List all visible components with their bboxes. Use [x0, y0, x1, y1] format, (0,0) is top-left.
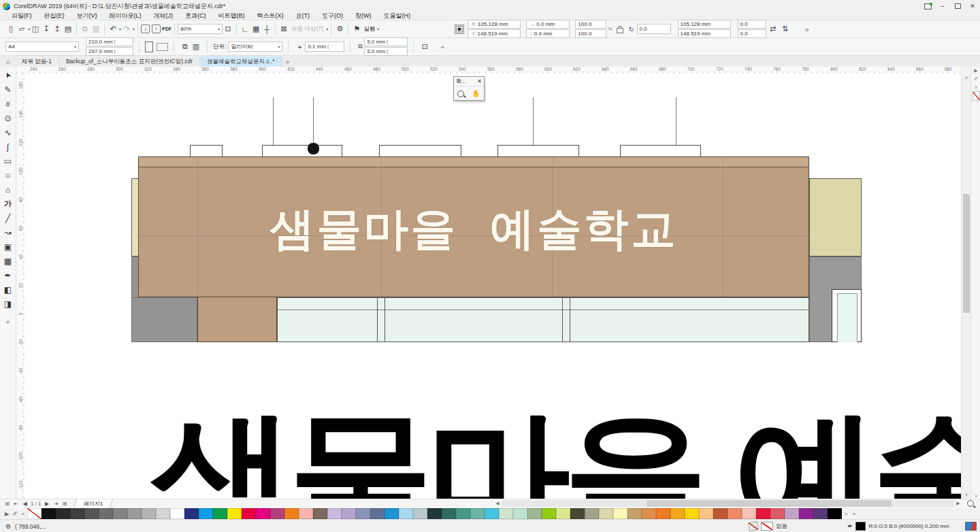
color-swatch[interactable]: [42, 508, 56, 519]
color-swatch[interactable]: [413, 508, 427, 519]
building-tan-column[interactable]: [197, 297, 277, 342]
polygon-tool[interactable]: ⌂: [1, 182, 16, 197]
color-swatch[interactable]: [556, 508, 570, 519]
scroll-down-icon[interactable]: ˅: [962, 491, 971, 499]
launch-dropdown-icon[interactable]: ▾: [377, 27, 379, 31]
rulers-toggle-icon[interactable]: ∟: [240, 24, 250, 35]
working-text-object[interactable]: 샘물마을 예술학교: [151, 404, 961, 499]
color-swatch[interactable]: [570, 508, 585, 519]
save-icon[interactable]: ◫: [30, 24, 41, 35]
palette-more-icon[interactable]: »: [850, 509, 858, 518]
color-swatch[interactable]: [284, 508, 299, 519]
import-dialog-icon[interactable]: ↓: [141, 24, 150, 33]
pick-tool[interactable]: ➤: [1, 68, 16, 82]
shape-tool[interactable]: ✎: [1, 82, 16, 97]
add-page-before-icon[interactable]: ⊞: [3, 500, 12, 508]
home-tab-icon[interactable]: ⌂: [4, 58, 12, 66]
hscroll-right-icon[interactable]: ▶: [955, 500, 962, 507]
color-swatch[interactable]: [427, 508, 442, 519]
page-preset-select[interactable]: A4 ▾: [5, 41, 79, 52]
vertical-scroll-thumb[interactable]: [963, 194, 970, 313]
color-swatch[interactable]: [527, 508, 542, 519]
doc-tab-active[interactable]: 샘물예술학교채널문자.c..*: [200, 56, 282, 67]
color-swatch[interactable]: [656, 508, 670, 519]
color-proof-monitor-icon[interactable]: [965, 522, 977, 531]
restore-button[interactable]: [950, 0, 965, 12]
hscroll-left-icon[interactable]: ◀: [494, 500, 501, 507]
mirror-vertical-icon[interactable]: ⇅: [780, 24, 791, 35]
color-swatch[interactable]: [385, 508, 399, 519]
object-height-field[interactable]: ↕ 0.0 mm: [526, 29, 570, 38]
zoom-level-select[interactable]: 80% ▾: [178, 24, 223, 34]
color-swatch[interactable]: [585, 508, 599, 519]
status-gear-icon[interactable]: ⚙: [4, 522, 12, 531]
publish-pdf-icon[interactable]: PDF: [162, 27, 172, 31]
color-swatch[interactable]: [27, 508, 42, 519]
menu-item[interactable]: 비트맵(B): [212, 12, 251, 20]
doc-tab-backup[interactable]: Backup_of_소나무이동초소 표지판(면천IC앞).cdr: [59, 56, 200, 67]
ellipse-tool[interactable]: ○: [1, 168, 16, 182]
color-swatch[interactable]: [728, 508, 742, 519]
color-swatch[interactable]: [227, 508, 242, 519]
menu-item[interactable]: 창(W): [349, 12, 378, 20]
freehand-tool[interactable]: ∿: [1, 125, 16, 139]
launch-label[interactable]: 실행: [363, 25, 375, 33]
palette-eyedropper-icon[interactable]: ✐: [972, 75, 980, 83]
page-tab[interactable]: 페이지1: [73, 499, 113, 508]
toolbar-overflow-icon[interactable]: »: [802, 24, 813, 35]
menu-item[interactable]: 도움말(H): [378, 12, 417, 20]
interactive-fill-tool[interactable]: ◧: [1, 282, 16, 297]
sign-top-strip[interactable]: [138, 156, 809, 167]
color-swatch[interactable]: [242, 508, 256, 519]
guidelines-toggle-icon[interactable]: ┼: [261, 24, 272, 35]
menu-item[interactable]: 보기(V): [71, 12, 103, 20]
page-width-field[interactable]: 210.0 mm▴▾: [86, 37, 133, 46]
color-swatch[interactable]: [613, 508, 627, 519]
menu-item[interactable]: 표(T): [290, 12, 316, 20]
snap-off-icon[interactable]: ⊠: [278, 24, 289, 35]
color-swatch[interactable]: [799, 508, 813, 519]
palette-scroll-right-icon[interactable]: >: [842, 509, 850, 518]
floating-zoom-toolbar[interactable]: 확... ✕ ✋: [453, 76, 485, 101]
color-swatch[interactable]: [642, 508, 656, 519]
horizontal-scroll-thumb[interactable]: [647, 500, 892, 507]
add-property-icon[interactable]: +: [437, 41, 448, 52]
color-swatch[interactable]: [499, 508, 513, 519]
color-swatch[interactable]: [356, 508, 370, 519]
undo-icon[interactable]: ↶: [108, 24, 118, 35]
color-swatch[interactable]: [199, 508, 213, 519]
color-swatch[interactable]: [170, 508, 184, 519]
color-swatch[interactable]: [399, 508, 413, 519]
outline-color-swatch[interactable]: [855, 522, 866, 531]
building-windows[interactable]: [277, 297, 809, 342]
current-page-icon[interactable]: ▥: [191, 41, 201, 52]
menu-item[interactable]: 텍스트(X): [251, 12, 290, 20]
menu-item[interactable]: 편집(E): [38, 12, 71, 20]
anchor-node[interactable]: [308, 143, 319, 154]
color-swatch[interactable]: [685, 508, 699, 519]
palette-scroll-left-icon[interactable]: <: [19, 509, 27, 518]
page-height-field[interactable]: 297.0 mm▴▾: [86, 47, 133, 56]
units-select[interactable]: 밀리미터 ▾: [228, 41, 282, 52]
color-swatch[interactable]: [184, 508, 199, 519]
color-swatch[interactable]: [813, 508, 828, 519]
shadow-tool[interactable]: ▣: [1, 239, 16, 254]
drawing-canvas[interactable]: 샘물마을 예술학교 샘물마을 예술학교 확... ✕ ✋ ➤: [24, 73, 961, 499]
object-width-field[interactable]: ↔ 0.0 mm: [526, 20, 570, 29]
treat-as-filled-icon[interactable]: ⊡: [419, 41, 430, 52]
print-icon[interactable]: ▤: [63, 24, 74, 35]
palette-flyout-icon[interactable]: ▶: [3, 509, 11, 518]
color-swatch[interactable]: [513, 508, 527, 519]
color-swatch[interactable]: [770, 508, 785, 519]
redo-icon[interactable]: ↷: [121, 24, 132, 35]
center-x-field[interactable]: 105.128 mm: [678, 20, 731, 29]
rectangle-tool[interactable]: ▭: [1, 154, 16, 168]
duplicate-y-field[interactable]: 5.0 mm▴▾: [364, 47, 408, 56]
color-swatch[interactable]: [670, 508, 685, 519]
color-swatch[interactable]: [56, 508, 70, 519]
redo-dropdown-icon[interactable]: ▾: [133, 27, 135, 31]
color-swatch[interactable]: [270, 508, 284, 519]
color-swatch[interactable]: [627, 508, 642, 519]
grid-toggle-icon[interactable]: ▦: [250, 24, 261, 35]
paste-icon[interactable]: ▥: [91, 24, 101, 35]
